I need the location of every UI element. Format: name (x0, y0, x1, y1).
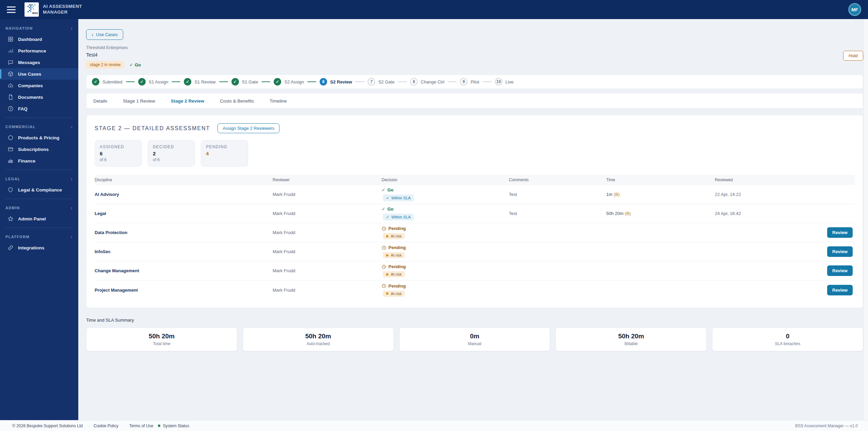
step-submitted[interactable]: ✓ Submitted (92, 78, 123, 86)
sidebar-section-admin[interactable]: ADMIN › (0, 202, 78, 213)
summary-card-total-time: 50h 20m Total time (86, 327, 237, 351)
summary-label: Auto-tracked (307, 341, 330, 346)
summary-value: 0 (786, 333, 790, 340)
section-label: LEGAL (5, 177, 20, 181)
step-connector (448, 81, 456, 82)
clock-icon (382, 226, 386, 231)
sidebar-item-legal-compliance[interactable]: Legal & Compliance (0, 184, 78, 196)
separator-dot: · (87, 424, 89, 428)
terms-of-use-link[interactable]: Terms of Use (129, 424, 154, 428)
sidebar-item-label: Subscriptions (18, 147, 49, 152)
sidebar-item-products-pricing[interactable]: Products & Pricing (0, 132, 78, 143)
sidebar-item-admin-panel[interactable]: Admin Panel (0, 213, 78, 225)
back-to-use-cases-button[interactable]: ‹ Use Cases (86, 29, 123, 40)
scrollbar-track[interactable] (864, 19, 868, 420)
sidebar-item-dashboard[interactable]: Dashboard (0, 33, 78, 45)
table-header: Discipline Reviewer Decision Comments Ti… (95, 175, 855, 185)
step-connector (172, 81, 180, 82)
sidebar-item-faq[interactable]: ? FAQ (0, 103, 78, 114)
topbar: BSS AI ASSESSMENT MANAGER MF (0, 0, 868, 19)
sidebar-section-legal[interactable]: LEGAL › (0, 173, 78, 184)
time-cell: 1m(B) (606, 192, 715, 197)
step-live[interactable]: 10 Live (495, 78, 514, 86)
review-button[interactable]: Review (827, 285, 853, 295)
step-s2-assign[interactable]: ✓ S2 Assign (274, 78, 304, 86)
step-s1-gate[interactable]: ✓ S1 Gate (231, 78, 258, 86)
step-check-icon: ✓ (92, 78, 99, 86)
status-dot-icon (158, 425, 160, 427)
hamburger-menu-icon[interactable] (7, 6, 16, 13)
cookie-policy-link[interactable]: Cookie Policy (94, 424, 118, 428)
system-status-link[interactable]: System Status (158, 424, 189, 428)
shield-icon (7, 187, 14, 193)
reviewer-cell: Mark Frudd (273, 230, 382, 235)
clock-icon (382, 264, 386, 269)
svg-text:?: ? (10, 107, 11, 110)
tab-stage-2-review[interactable]: Stage 2 Review (171, 98, 204, 104)
sla-summary-cards: 50h 20m Total time 50h 20m Auto-tracked … (86, 327, 863, 351)
review-button[interactable]: Review (827, 265, 853, 276)
sidebar-item-messages[interactable]: Messages (0, 57, 78, 68)
step-connector (126, 81, 135, 82)
risk-dot-icon (386, 273, 388, 276)
step-number: 10 (495, 78, 502, 86)
company-name: Threshold Enterprises (86, 45, 863, 50)
table-row: InfoSec Mark Frudd Pending At risk Revie… (95, 242, 855, 261)
sidebar-item-label: Documents (18, 95, 43, 100)
bar-chart-icon (7, 48, 14, 54)
stat-value: 6 (100, 151, 137, 156)
step-s1-assign[interactable]: ✓ S1 Assign (138, 78, 168, 86)
column-discipline: Discipline (95, 178, 273, 182)
sidebar-section-commercial[interactable]: COMMERCIAL › (0, 121, 78, 132)
discipline-cell: Change Management (95, 268, 273, 273)
summary-value: 0m (470, 333, 479, 340)
sidebar-item-label: Admin Panel (18, 216, 46, 221)
step-connector (307, 81, 316, 82)
sidebar-item-label: Legal & Compliance (18, 187, 62, 193)
section-label: NAVIGATION (5, 26, 33, 30)
summary-label: Manual (468, 341, 481, 346)
sidebar-item-documents[interactable]: Documents (0, 91, 78, 103)
step-connector (261, 81, 270, 82)
table-row: Project Management Mark Frudd Pending At… (95, 280, 855, 299)
table-row: Data Protection Mark Frudd Pending At ri… (95, 223, 855, 242)
tab-stage-1-review[interactable]: Stage 1 Review (123, 98, 155, 104)
decision-cell: Pending At risk (382, 226, 509, 239)
tab-costs-benefits[interactable]: Costs & Benefits (220, 98, 254, 104)
sidebar-item-label: Performance (18, 48, 46, 53)
avatar[interactable]: MF (848, 3, 861, 16)
sidebar-item-companies[interactable]: Companies (0, 80, 78, 91)
step-s2-gate[interactable]: 7 S2 Gate (368, 78, 395, 86)
reviewers-table: Discipline Reviewer Decision Comments Ti… (95, 175, 855, 299)
summary-title: Time and SLA Summary (86, 318, 863, 323)
review-button[interactable]: Review (827, 246, 853, 257)
tab-timeline[interactable]: Timeline (270, 98, 287, 104)
chevron-right-icon: › (71, 205, 73, 211)
sidebar-item-integrations[interactable]: Integrations (0, 242, 78, 253)
check-icon: ✓ (382, 206, 385, 212)
tab-details[interactable]: Details (93, 98, 107, 104)
sidebar-item-use-cases[interactable]: Use Cases (0, 68, 78, 80)
summary-value: 50h 20m (618, 333, 644, 340)
review-button[interactable]: Review (827, 227, 853, 238)
sidebar-item-label: Dashboard (18, 37, 42, 42)
hexagon-icon (7, 135, 14, 141)
step-connector (398, 81, 407, 82)
help-icon: ? (7, 106, 14, 112)
step-s2-review[interactable]: 6 S2 Review (320, 78, 352, 86)
sidebar-item-finance[interactable]: Finance (0, 155, 78, 167)
column-decision: Decision (382, 178, 509, 182)
sidebar-item-performance[interactable]: Performance (0, 45, 78, 57)
sidebar-section-platform[interactable]: PLATFORM › (0, 231, 78, 242)
step-connector (483, 81, 492, 82)
step-pilot[interactable]: 9 Pilot (460, 78, 479, 86)
chevron-right-icon: › (71, 234, 73, 240)
step-s1-review[interactable]: ✓ S1 Review (184, 78, 215, 86)
assign-stage-2-reviewers-button[interactable]: Assign Stage 2 Reviewers (218, 123, 279, 133)
hold-button[interactable]: Hold (843, 51, 863, 61)
step-change-ctrl[interactable]: 8 Change Ctrl (410, 78, 444, 86)
building-icon (7, 82, 14, 89)
sidebar-section-navigation[interactable]: NAVIGATION › (0, 22, 78, 33)
sidebar-item-subscriptions[interactable]: Subscriptions (0, 143, 78, 155)
step-label: S1 Assign (149, 79, 168, 84)
